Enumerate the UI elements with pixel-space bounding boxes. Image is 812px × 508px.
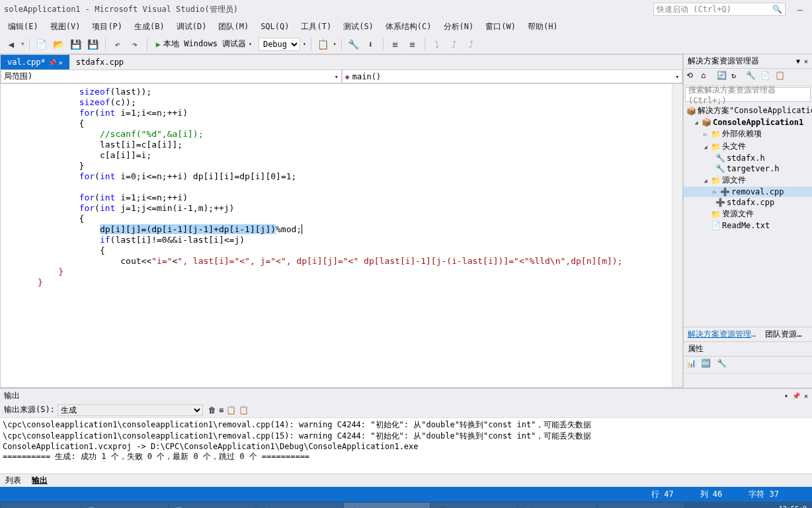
output-content[interactable]: \cpc\consoleapplication1\consoleapplicat… xyxy=(0,418,812,474)
file-stdafx-cpp[interactable]: ➕stdafx.cpp xyxy=(684,197,812,208)
tab-stdafx-cpp[interactable]: stdafx.cpp xyxy=(69,55,130,69)
solution-root[interactable]: 📦解决方案"ConsoleApplicatio xyxy=(684,105,812,117)
menu-build[interactable]: 生成(B) xyxy=(129,20,170,34)
comment-button[interactable]: ≡ xyxy=(388,37,403,52)
menu-project[interactable]: 项目(P) xyxy=(87,20,128,34)
editor-tabs: val.cpp* 📌 ✕ stdafx.cpp xyxy=(1,55,682,69)
system-tray[interactable]: ☁ 🔵 ▲ 🖥 🔊 🛡 13:56:0 2022/4/ xyxy=(710,505,811,508)
taskbar-item[interactable]: 🎨无标题 - 画图 xyxy=(518,503,596,508)
output-source-select[interactable]: 生成 xyxy=(58,404,203,416)
code-navbar: 局范围) ▾ ◈ main() ▾ xyxy=(1,69,682,84)
alpha-button[interactable]: 🔤 xyxy=(701,359,714,372)
taskbar-item[interactable]: 📄准考证号码.txt... xyxy=(82,503,168,508)
menubar: 编辑(E) 视图(V) 项目(P) 生成(B) 调试(D) 团队(M) SQL(… xyxy=(0,19,812,34)
output-clear-button[interactable]: 🗑 xyxy=(208,405,216,415)
toolbar-btn-3[interactable]: ⬇ xyxy=(364,37,378,52)
minimize-button[interactable]: — xyxy=(792,3,808,16)
open-button[interactable]: 📂 xyxy=(52,37,66,52)
output-btn3[interactable]: 📋 xyxy=(226,405,236,415)
output-wrap-button[interactable]: ≡ xyxy=(219,405,223,415)
save-button[interactable]: 💾 xyxy=(69,37,83,52)
editor-pane: val.cpp* 📌 ✕ stdafx.cpp 局范围) ▾ ◈ main() … xyxy=(0,54,683,388)
scope-dropdown[interactable]: 局范围) ▾ xyxy=(1,69,342,83)
solution-explorer: 解决方案资源管理器 ▼ ✕ ⟲ ⌂ 🔄 ↻ 🔧 📄 📋 搜索解决方案资源管理器(… xyxy=(683,54,812,388)
quick-launch-input[interactable]: 快速启动 (Ctrl+Q) 🔍 xyxy=(653,3,786,16)
output-title: 输出 ▾ 📌 ✕ xyxy=(0,389,812,402)
taskbar-item[interactable]: 🌐安徽工业大学 ... xyxy=(257,503,343,508)
clock[interactable]: 13:56:0 2022/4/ xyxy=(779,505,807,508)
tab-team-explorer[interactable]: 团队资源管理 xyxy=(761,327,812,341)
menu-help[interactable]: 帮助(H) xyxy=(522,20,563,34)
step-over-button[interactable]: ⤴ xyxy=(447,37,462,52)
file-removal-cpp[interactable]: ▷➕removal.cpp xyxy=(684,187,812,197)
back-button[interactable]: ◀ xyxy=(4,37,19,52)
sync-button[interactable]: 🔄 xyxy=(717,71,730,84)
headers-folder[interactable]: ◢📁头文件 xyxy=(684,140,812,153)
external-deps[interactable]: ▷📁外部依赖项 xyxy=(684,128,812,140)
file-targetver-h[interactable]: 🔧targetver.h xyxy=(684,163,812,174)
output-btn4[interactable]: 📋 xyxy=(239,405,249,415)
solution-tabs: 解决方案资源管理... 团队资源管理 xyxy=(684,327,812,341)
project-node[interactable]: ◢📦ConsoleApplication1 xyxy=(684,117,812,128)
taskbar-item[interactable]: 📁文件资源管理器 xyxy=(1,503,81,508)
toolbar-btn-1[interactable]: 📋 xyxy=(316,37,331,52)
menu-team[interactable]: 团队(M) xyxy=(213,20,254,34)
menu-test[interactable]: 测试(S) xyxy=(338,20,379,34)
menu-arch[interactable]: 体系结构(C) xyxy=(380,20,437,34)
categorized-button[interactable]: 📊 xyxy=(686,359,700,372)
taskbar-item[interactable]: ⬛C:\Windows\... xyxy=(431,503,517,508)
vertical-scrollbar[interactable] xyxy=(672,84,682,387)
menu-window[interactable]: 窗口(W) xyxy=(480,20,521,34)
start-debug-button[interactable]: ▶ 本地 Windows 调试器 ▾ xyxy=(152,37,256,51)
window-title: soleApplication1 - Microsoft Visual Stud… xyxy=(4,4,653,15)
solution-title: 解决方案资源管理器 ▼ ✕ xyxy=(684,54,812,69)
menu-view[interactable]: 视图(V) xyxy=(45,20,86,34)
status-col: 列 46 xyxy=(700,489,723,500)
code-editor[interactable]: sizeof(last)); sizeof(c)); for(int i=1;i… xyxy=(1,84,682,387)
solution-search[interactable]: 搜索解决方案资源管理器(Ctrl+;) xyxy=(685,87,811,102)
file-stdafx-h[interactable]: 🔧stdafx.h xyxy=(684,153,812,163)
config-select[interactable]: Debug xyxy=(259,38,300,51)
save-all-button[interactable]: 💾 xyxy=(86,37,101,52)
solution-tree: 📦解决方案"ConsoleApplicatio ◢📦ConsoleApplica… xyxy=(684,103,812,327)
function-dropdown[interactable]: ◈ main() ▾ xyxy=(342,69,683,83)
taskbar-item[interactable]: 🟣ConsoleAppl... xyxy=(344,503,430,508)
collapse-button[interactable]: 📋 xyxy=(775,71,788,84)
menu-sql[interactable]: SQL(Q) xyxy=(255,21,294,32)
file-readme[interactable]: 📄ReadMe.txt xyxy=(684,220,812,231)
toolbar: ◀ ▼ 📄 📂 💾 💾 ↶ ↷ ▶ 本地 Windows 调试器 ▾ Debug… xyxy=(0,34,812,54)
tab-output[interactable]: 输出 xyxy=(26,474,53,487)
menu-debug[interactable]: 调试(D) xyxy=(171,20,212,34)
home-button[interactable]: ⌂ xyxy=(701,71,714,84)
tab-error-list[interactable]: 列表 xyxy=(0,474,26,487)
refresh-button[interactable]: ↻ xyxy=(731,71,745,84)
toolbar-btn-2[interactable]: 🔧 xyxy=(346,37,361,52)
undo-button[interactable]: ↶ xyxy=(110,37,125,52)
pin-icon[interactable]: 📌 xyxy=(48,59,56,66)
resources-folder[interactable]: 📁资源文件 xyxy=(684,208,812,220)
menu-analyze[interactable]: 分析(N) xyxy=(438,20,479,34)
uncomment-button[interactable]: ≡ xyxy=(405,37,420,52)
titlebar: soleApplication1 - Microsoft Visual Stud… xyxy=(0,0,812,19)
status-char: 字符 37 xyxy=(749,489,779,500)
menu-tools[interactable]: 工具(T) xyxy=(296,20,337,34)
wrench-button[interactable]: 🔧 xyxy=(717,359,730,372)
play-icon: ▶ xyxy=(156,40,161,49)
tab-solution-explorer[interactable]: 解决方案资源管理... xyxy=(684,327,761,341)
close-icon[interactable]: ✕ xyxy=(59,59,63,66)
props-button[interactable]: 🔧 xyxy=(746,71,759,84)
home-button[interactable]: ⟲ xyxy=(686,71,700,84)
output-tabs: 列表 输出 xyxy=(0,474,812,487)
output-toolbar: 输出来源(S): 生成 🗑 ≡ 📋 📋 xyxy=(0,402,812,418)
step-into-button[interactable]: ⤵ xyxy=(430,37,444,52)
new-button[interactable]: 📄 xyxy=(34,37,49,52)
taskbar-item[interactable]: 📄编程4.cpp - ... xyxy=(169,503,255,508)
show-all-button[interactable]: 📄 xyxy=(760,71,774,84)
tab-removal-cpp[interactable]: val.cpp* 📌 ✕ xyxy=(1,55,69,69)
solution-toolbar: ⟲ ⌂ 🔄 ↻ 🔧 📄 📋 xyxy=(684,69,812,86)
sources-folder[interactable]: ◢📁源文件 xyxy=(684,174,812,187)
taskbar-item[interactable]: 🖼removal.jpg ... xyxy=(598,503,684,508)
step-out-button[interactable]: ⤴ xyxy=(464,37,479,52)
menu-edit[interactable]: 编辑(E) xyxy=(3,20,44,34)
redo-button[interactable]: ↷ xyxy=(128,37,142,52)
